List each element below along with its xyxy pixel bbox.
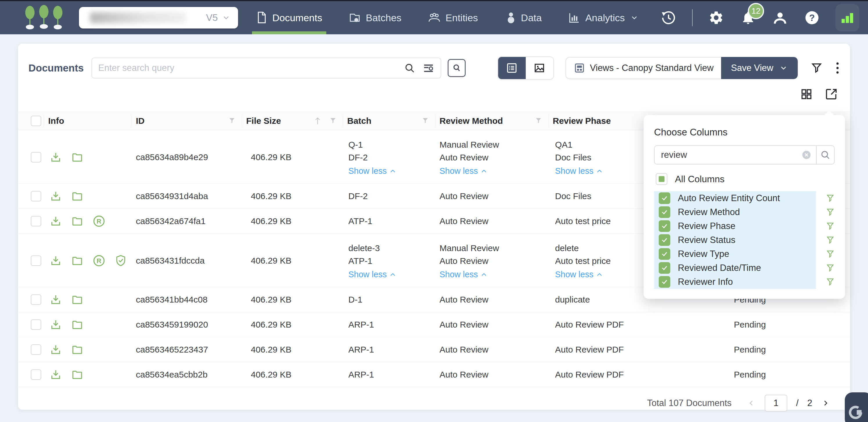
export-button[interactable] (825, 88, 838, 101)
table-view-button[interactable] (498, 57, 526, 79)
account-icon[interactable] (772, 9, 788, 26)
column-filter-icon[interactable] (826, 194, 835, 203)
gear-icon[interactable] (708, 9, 724, 26)
notifications-bell-icon[interactable]: 12 (740, 9, 756, 26)
folder-icon[interactable] (71, 369, 83, 381)
sort-ascending-icon[interactable] (313, 116, 322, 125)
folder-icon[interactable] (71, 190, 83, 202)
show-less-link[interactable]: Show less (439, 270, 487, 279)
column-checkbox[interactable] (659, 234, 670, 246)
column-checkbox[interactable] (659, 262, 670, 274)
next-page-button[interactable] (821, 398, 830, 409)
document-id: ca856342a674fa1 (132, 216, 242, 226)
download-icon[interactable] (50, 190, 62, 202)
choose-columns-button[interactable] (800, 88, 813, 101)
row-checkbox[interactable] (31, 369, 41, 380)
tab-analytics[interactable]: Analytics (568, 1, 639, 34)
column-search-input[interactable] (655, 150, 802, 160)
tab-data[interactable]: Data (504, 1, 542, 34)
show-less-link[interactable]: Show less (439, 166, 487, 176)
image-view-button[interactable] (526, 57, 553, 79)
download-icon[interactable] (50, 215, 62, 227)
column-filter-icon[interactable] (826, 208, 835, 217)
column-filter-icon[interactable] (826, 250, 835, 258)
shield-check-icon[interactable] (115, 255, 127, 267)
row-checkbox[interactable] (31, 294, 41, 305)
batch-cell: D-1 (343, 293, 435, 306)
column-filter-icon[interactable] (826, 222, 835, 230)
cell-value: Auto Review (439, 345, 488, 355)
download-icon[interactable] (50, 151, 62, 163)
previous-page-button[interactable] (747, 398, 756, 409)
registered-icon[interactable]: R (93, 255, 105, 267)
cell-value: Auto Review (439, 256, 488, 266)
download-icon[interactable] (50, 294, 62, 306)
column-label: Batch (347, 116, 371, 126)
cell-value: ARP-1 (348, 370, 374, 379)
checkmark-icon (661, 195, 668, 202)
help-icon[interactable]: ? (804, 9, 820, 26)
row-checkbox[interactable] (31, 152, 41, 163)
clear-search-button[interactable] (802, 150, 811, 160)
row-checkbox[interactable] (31, 344, 41, 355)
all-columns-checkbox[interactable] (656, 173, 668, 185)
column-header-batch: Batch (343, 112, 435, 130)
more-options-button[interactable] (836, 61, 840, 75)
row-checkbox[interactable] (31, 319, 41, 330)
filter-button[interactable] (810, 62, 823, 74)
column-checkbox[interactable] (659, 248, 670, 260)
column-filter-icon[interactable] (826, 236, 835, 245)
search-options-icon[interactable] (423, 62, 434, 74)
folder-icon[interactable] (71, 319, 83, 331)
search-input[interactable] (98, 63, 397, 73)
column-search-button[interactable] (816, 146, 834, 164)
column-option-label: Reviewed Date/Time (678, 263, 761, 273)
registered-icon[interactable]: R (93, 215, 105, 227)
chevron-right-icon (821, 398, 830, 409)
download-icon[interactable] (50, 255, 62, 266)
tab-documents[interactable]: Documents (256, 1, 322, 34)
preview-search-button[interactable] (447, 59, 466, 77)
select-all-checkbox[interactable] (31, 116, 41, 126)
download-icon[interactable] (50, 319, 62, 331)
column-checkbox[interactable] (659, 220, 670, 232)
history-icon[interactable] (660, 9, 677, 26)
save-view-button[interactable]: Save View (721, 57, 798, 79)
column-filter-icon[interactable] (826, 263, 835, 272)
download-icon[interactable] (50, 369, 62, 381)
views-selector-button[interactable]: Views - Canopy Standard View (565, 57, 721, 79)
show-less-link[interactable]: Show less (555, 166, 603, 176)
folder-icon[interactable] (71, 344, 83, 356)
column-option-label: Review Status (678, 235, 735, 245)
column-header-file-size: File Size (242, 112, 343, 130)
canopy-logo-icon[interactable] (22, 4, 66, 32)
tab-batches[interactable]: Batches (349, 1, 402, 34)
show-less-link[interactable]: Show less (555, 270, 603, 279)
workspace-selector[interactable]: V5 (79, 7, 238, 28)
row-checkbox[interactable] (31, 216, 41, 226)
show-less-link[interactable]: Show less (348, 166, 396, 176)
row-checkbox[interactable] (31, 191, 41, 201)
column-checkbox[interactable] (659, 192, 670, 204)
column-filter-icon[interactable] (826, 278, 835, 286)
chat-widget-button[interactable] (845, 392, 868, 422)
row-checkbox[interactable] (31, 255, 41, 266)
folder-icon[interactable] (71, 215, 83, 227)
documents-toolbar: Documents Views - Canopy Standard Vi (18, 44, 850, 80)
column-filter-icon[interactable] (422, 117, 429, 125)
folder-icon[interactable] (71, 151, 83, 163)
folder-icon[interactable] (71, 255, 83, 266)
column-filter-icon[interactable] (329, 117, 337, 125)
column-checkbox[interactable] (659, 276, 670, 288)
row-info-icons (44, 344, 132, 356)
search-icon[interactable] (404, 62, 415, 74)
show-less-link[interactable]: Show less (348, 270, 396, 279)
column-checkbox[interactable] (659, 206, 670, 218)
current-page-input[interactable]: 1 (765, 395, 787, 412)
folder-icon[interactable] (71, 294, 83, 306)
status-bars-widget-icon[interactable] (836, 4, 859, 31)
column-filter-icon[interactable] (535, 117, 542, 125)
download-icon[interactable] (50, 344, 62, 356)
tab-entities[interactable]: Entities (428, 1, 478, 34)
column-filter-icon[interactable] (228, 117, 236, 125)
